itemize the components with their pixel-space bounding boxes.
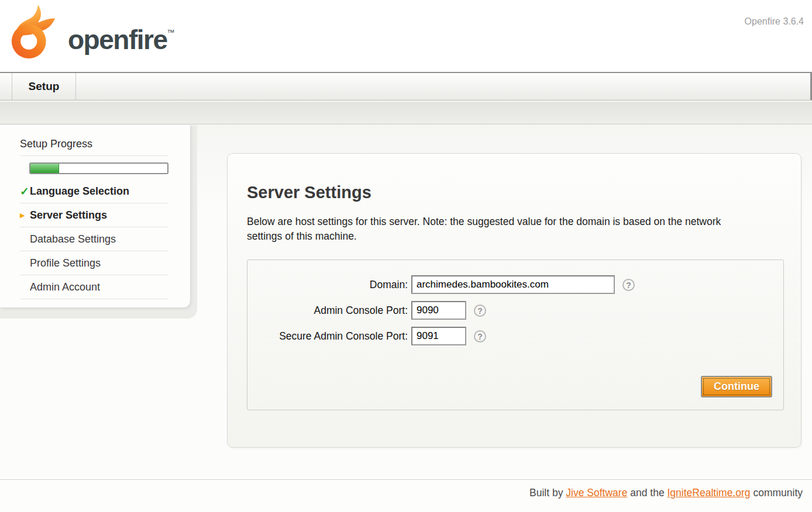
jive-software-link[interactable]: Jive Software	[566, 487, 627, 499]
openfire-setup-page: openfire™ Openfire 3.6.4 Setup Setup Pro…	[0, 0, 812, 512]
admin-console-port-label: Admin Console Port:	[247, 305, 408, 317]
footer-suffix: community	[751, 487, 803, 499]
help-icon[interactable]: ?	[474, 330, 486, 343]
progress-bar-fill	[30, 164, 59, 173]
domain-input[interactable]	[411, 275, 615, 294]
sidebar-item-profile-settings: Profile Settings	[20, 251, 168, 275]
header: openfire™ Openfire 3.6.4	[0, 0, 812, 72]
version-label: Openfire 3.6.4	[745, 16, 804, 27]
logo-wordmark: openfire™	[68, 11, 174, 53]
server-settings-form: Domain: ? Admin Console Port: ? Secure A…	[247, 260, 784, 410]
page-description: Below are host settings for this server.…	[247, 215, 754, 244]
setup-steps-list: ✓ Language Selection ▶ Server Settings D…	[20, 179, 168, 299]
tab-bar: Setup	[0, 72, 812, 101]
sidebar-item-label: Profile Settings	[30, 257, 101, 269]
form-row-admin-console-port: Admin Console Port: ?	[247, 301, 783, 320]
tab-setup[interactable]: Setup	[12, 73, 76, 100]
sidebar-item-label: Server Settings	[30, 209, 107, 222]
sidebar-item-database-settings: Database Settings	[20, 227, 168, 251]
domain-label: Domain:	[247, 279, 408, 291]
help-icon[interactable]: ?	[474, 305, 486, 317]
form-row-domain: Domain: ?	[247, 275, 783, 294]
footer-middle: and the	[627, 487, 667, 499]
continue-button[interactable]: Continue	[701, 376, 772, 397]
sidebar-item-server-settings: ▶ Server Settings	[20, 203, 168, 227]
content-area: Setup Progress ✓ Language Selection ▶ Se…	[0, 125, 812, 479]
openfire-logo: openfire™	[9, 4, 174, 61]
sidebar-item-label: Language Selection	[30, 185, 129, 198]
page-title: Server Settings	[247, 183, 801, 202]
flame-icon	[9, 4, 61, 61]
trademark-symbol: ™	[167, 28, 174, 37]
sidebar-item-language-selection: ✓ Language Selection	[20, 179, 168, 203]
check-icon: ✓	[20, 186, 30, 197]
sidebar-item-admin-account: Admin Account	[20, 275, 168, 299]
admin-console-port-input[interactable]	[411, 301, 466, 320]
sidebar-item-label: Database Settings	[30, 233, 116, 245]
igniterealtime-link[interactable]: IgniteRealtime.org	[668, 487, 751, 499]
sidebar-item-label: Admin Account	[30, 281, 100, 293]
setup-progress-sidebar: Setup Progress ✓ Language Selection ▶ Se…	[0, 125, 191, 308]
form-row-secure-admin-console-port: Secure Admin Console Port: ?	[247, 327, 783, 345]
progress-bar	[29, 162, 168, 174]
secure-admin-console-port-label: Secure Admin Console Port:	[247, 330, 408, 343]
sidebar-title: Setup Progress	[20, 138, 168, 156]
server-settings-panel: Server Settings Below are host settings …	[227, 153, 801, 448]
secure-admin-console-port-input[interactable]	[411, 327, 466, 345]
footer-credit: Built by Jive Software and the IgniteRea…	[529, 487, 803, 499]
footer-prefix: Built by	[529, 487, 566, 499]
sub-nav-bar	[0, 101, 812, 124]
arrow-right-icon: ▶	[20, 212, 30, 219]
help-icon[interactable]: ?	[622, 279, 635, 291]
footer: Built by Jive Software and the IgniteRea…	[0, 479, 812, 512]
